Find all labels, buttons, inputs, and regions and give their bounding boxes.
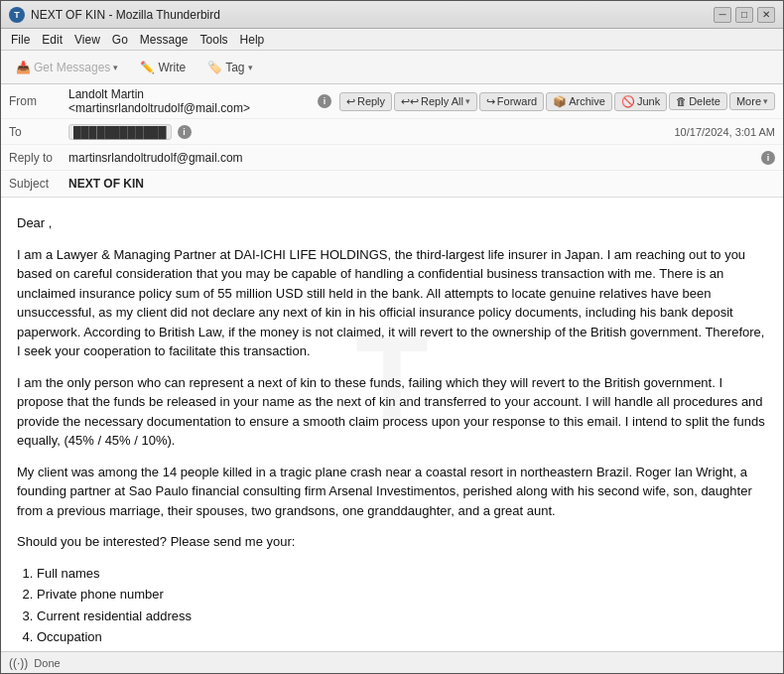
email-content: Dear , I am a Lawyer & Managing Partner … [17, 213, 767, 647]
message-actions: ↩ Reply ↩↩ Reply All ▾ ↪ Forward 📦 Archi… [339, 92, 775, 111]
menu-help[interactable]: Help [234, 31, 271, 49]
main-window: T NEXT OF KIN - Mozilla Thunderbird ─ □ … [0, 0, 784, 674]
connection-icon: ((·)) [9, 656, 28, 670]
list-item-1: Full names [37, 564, 767, 584]
reply-to-value: martinsrlandoltrudolf@gmail.com [68, 151, 759, 165]
reply-all-icon: ↩↩ [401, 95, 419, 108]
from-value: Landolt Martin <martinsrlandoltrudolf@ma… [68, 87, 316, 115]
email-paragraph-3: My client was among the 14 people killed… [17, 463, 767, 521]
to-label: To [9, 125, 68, 139]
status-bar: ((·)) Done [1, 651, 783, 673]
get-messages-button[interactable]: 📥 Get Messages ▾ [7, 57, 127, 78]
to-email: ████████████ [68, 124, 172, 140]
window-title: NEXT OF KIN - Mozilla Thunderbird [31, 8, 714, 22]
request-list: Full names Private phone number Current … [37, 564, 767, 647]
junk-icon: 🚫 [621, 95, 635, 108]
menu-bar: File Edit View Go Message Tools Help [1, 29, 783, 51]
email-paragraph-4: Should you be interested? Please send me… [17, 532, 767, 552]
app-icon: T [9, 7, 25, 23]
reply-all-button[interactable]: ↩↩ Reply All ▾ [394, 92, 477, 111]
reply-to-info-icon[interactable]: i [761, 151, 775, 165]
menu-tools[interactable]: Tools [195, 31, 234, 49]
archive-icon: 📦 [553, 95, 567, 108]
menu-edit[interactable]: Edit [36, 31, 68, 49]
menu-view[interactable]: View [68, 31, 106, 49]
tag-icon: 🏷️ [207, 61, 222, 74]
menu-message[interactable]: Message [134, 31, 195, 49]
from-row: From Landolt Martin <martinsrlandoltrudo… [1, 84, 783, 119]
write-icon: ✏️ [140, 61, 155, 74]
archive-button[interactable]: 📦 Archive [546, 92, 612, 111]
toolbar: 📥 Get Messages ▾ ✏️ Write 🏷️ Tag ▾ [1, 51, 783, 84]
from-label: From [9, 94, 68, 108]
delete-icon: 🗑 [676, 95, 687, 107]
reply-all-dropdown-icon[interactable]: ▾ [465, 96, 470, 106]
menu-go[interactable]: Go [106, 31, 134, 49]
more-dropdown-icon[interactable]: ▾ [763, 96, 768, 106]
close-button[interactable]: ✕ [757, 7, 775, 23]
title-bar: T NEXT OF KIN - Mozilla Thunderbird ─ □ … [1, 1, 783, 29]
delete-button[interactable]: 🗑 Delete [669, 92, 727, 110]
get-messages-dropdown-icon[interactable]: ▾ [113, 63, 118, 72]
from-info-icon[interactable]: i [318, 94, 331, 108]
email-greeting: Dear , [17, 213, 767, 233]
email-header: From Landolt Martin <martinsrlandoltrudo… [1, 84, 783, 198]
email-date: 10/17/2024, 3:01 AM [674, 126, 775, 138]
list-item-4: Occupation [37, 627, 767, 647]
reply-icon: ↩ [346, 95, 355, 108]
tag-dropdown-icon[interactable]: ▾ [248, 63, 253, 72]
reply-button[interactable]: ↩ Reply [339, 92, 392, 111]
subject-value: NEXT OF KIN [68, 177, 775, 191]
list-item-2: Private phone number [37, 585, 767, 605]
subject-row: Subject NEXT OF KIN [1, 171, 783, 197]
window-controls: ─ □ ✕ [714, 7, 775, 23]
tag-button[interactable]: 🏷️ Tag ▾ [198, 57, 261, 78]
forward-icon: ↪ [486, 95, 495, 108]
subject-label: Subject [9, 177, 68, 191]
forward-button[interactable]: ↪ Forward [479, 92, 544, 111]
email-paragraph-2: I am the only person who can represent a… [17, 373, 767, 451]
to-info-icon[interactable]: i [178, 125, 192, 139]
email-body: T Dear , I am a Lawyer & Managing Partne… [1, 198, 783, 651]
more-button[interactable]: More ▾ [729, 92, 775, 110]
write-button[interactable]: ✏️ Write [131, 57, 195, 78]
list-item-3: Current residential address [37, 607, 767, 626]
reply-to-row: Reply to martinsrlandoltrudolf@gmail.com… [1, 145, 783, 171]
email-paragraph-1: I am a Lawyer & Managing Partner at DAI-… [17, 245, 767, 361]
minimize-button[interactable]: ─ [714, 7, 731, 23]
menu-file[interactable]: File [5, 31, 36, 49]
junk-button[interactable]: 🚫 Junk [614, 92, 667, 111]
maximize-button[interactable]: □ [735, 7, 753, 23]
reply-to-label: Reply to [9, 151, 68, 165]
status-text: Done [34, 657, 60, 669]
to-row: To ████████████ i 10/17/2024, 3:01 AM [1, 119, 783, 145]
get-messages-icon: 📥 [16, 61, 31, 74]
